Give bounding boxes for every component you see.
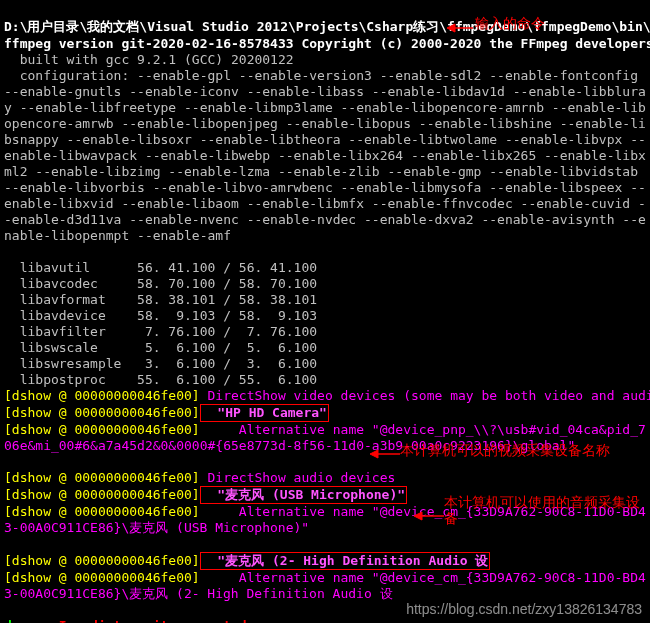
dshow-video-device: [dshow @ 00000000046fe00] "HP HD Camera" xyxy=(4,405,329,420)
svg-marker-3 xyxy=(370,450,378,458)
arrow-icon xyxy=(414,510,444,522)
dshow-audio-header: [dshow @ 00000000046fe00] DirectShow aud… xyxy=(4,470,395,485)
dshow-audio-alt2: [dshow @ 00000000046fe00] Alternative na… xyxy=(4,570,646,602)
prompt-line: D:\用户目录\我的文档\Visual Studio 2012\Projects… xyxy=(4,19,650,34)
lib-line: libswresample 3. 6.100 / 3. 6.100 xyxy=(4,356,317,371)
lib-line: libavdevice 58. 9.103 / 58. 9.103 xyxy=(4,308,317,323)
svg-marker-5 xyxy=(414,512,422,520)
video-device-box: "HP HD Camera" xyxy=(200,404,329,422)
arrow-icon xyxy=(370,448,400,460)
version-line: ffmpeg version git-2020-02-16-8578433 Co… xyxy=(4,36,650,51)
built-line: built with gcc 9.2.1 (GCC) 20200122 xyxy=(4,52,294,67)
dshow-audio-dev1: [dshow @ 00000000046fe00] "麦克风 (USB Micr… xyxy=(4,487,407,502)
audio-device2-box: "麦克风 (2- High Definition Audio 设 xyxy=(200,552,491,570)
lib-line: libpostproc 55. 6.100 / 55. 6.100 xyxy=(4,372,317,387)
lib-line: libavcodec 58. 70.100 / 58. 70.100 xyxy=(4,276,317,291)
arrow-icon xyxy=(447,22,473,34)
dummy-exit: dummy: Immediate exit requested xyxy=(4,618,247,623)
lib-line: libavutil 56. 41.100 / 56. 41.100 xyxy=(4,260,317,275)
lib-line: libavfilter 7. 76.100 / 7. 76.100 xyxy=(4,324,317,339)
annot-command: 输入的命令 xyxy=(475,15,545,31)
lib-line: libavformat 58. 38.101 / 58. 38.101 xyxy=(4,292,317,307)
annot-audio: 本计算机可以使用的音频采集设备 xyxy=(444,494,644,526)
annot-video: 本计算机可以的视频采集设备名称 xyxy=(400,442,610,458)
console-output: D:\用户目录\我的文档\Visual Studio 2012\Projects… xyxy=(0,0,650,623)
dshow-video-header: [dshow @ 00000000046fe00] DirectShow vid… xyxy=(4,388,650,403)
svg-marker-1 xyxy=(447,24,455,32)
watermark: https://blog.csdn.net/zxy13826134783 xyxy=(406,601,642,617)
dshow-audio-dev2: [dshow @ 00000000046fe00] "麦克风 (2- High … xyxy=(4,553,490,568)
lib-line: libswscale 5. 6.100 / 5. 6.100 xyxy=(4,340,317,355)
config-line: configuration: --enable-gpl --enable-ver… xyxy=(4,68,646,244)
audio-device-box: "麦克风 (USB Microphone)" xyxy=(200,486,407,504)
